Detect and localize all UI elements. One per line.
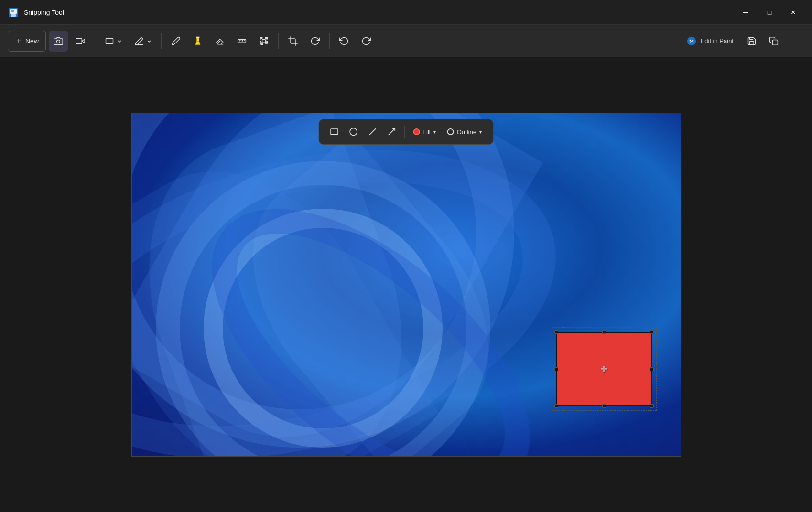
title-bar-left: Snipping Tool [8, 7, 64, 18]
toolbar-right: Edit in Paint ... [681, 31, 804, 52]
svg-point-17 [689, 39, 691, 41]
handle-bottom-right[interactable] [650, 404, 654, 408]
svg-marker-5 [82, 39, 85, 43]
toolbar-separator-2 [161, 33, 162, 49]
new-label: New [25, 37, 39, 45]
draw-circle-button[interactable] [345, 123, 362, 140]
eraser-tool-icon [215, 36, 225, 46]
highlighter-icon [193, 36, 203, 46]
handle-bottom-middle[interactable] [602, 404, 606, 408]
outline-button[interactable]: Outline ▾ [443, 123, 487, 140]
rotate-button[interactable] [305, 31, 325, 52]
chevron-down-2-icon [147, 39, 152, 43]
svg-rect-9 [196, 36, 200, 38]
new-button[interactable]: ＋ New [8, 31, 46, 52]
video-button[interactable] [71, 31, 90, 52]
svg-rect-20 [331, 129, 338, 135]
redo-icon [361, 36, 371, 46]
save-button[interactable] [742, 31, 761, 52]
outline-label: Outline [457, 128, 476, 136]
shape-select-button[interactable] [100, 31, 127, 52]
close-button[interactable]: ✕ [782, 5, 804, 20]
svg-point-21 [350, 128, 357, 136]
draw-line-button[interactable] [364, 123, 381, 140]
ruler-icon [237, 36, 247, 46]
maximize-button[interactable]: □ [758, 5, 780, 20]
toolbar-separator-4 [329, 33, 330, 49]
fill-color-indicator [413, 128, 420, 135]
dt-separator [404, 126, 404, 138]
selection-icon [259, 36, 269, 46]
more-label: ... [791, 36, 800, 46]
svg-rect-19 [772, 40, 778, 45]
minimize-button[interactable]: ─ [735, 5, 757, 20]
drawing-toolbar: Fill ▾ Outline ▾ [318, 119, 494, 145]
paint-icon [686, 36, 697, 46]
rectangle-icon [105, 36, 114, 46]
camera-icon [54, 36, 63, 46]
copy-icon [769, 36, 779, 46]
screenshot-canvas[interactable]: Fill ▾ Outline ▾ ✛ [131, 113, 681, 457]
pen-tool-button[interactable] [166, 31, 185, 52]
handle-middle-right[interactable] [650, 367, 654, 371]
chevron-down-icon [117, 39, 122, 43]
save-icon [747, 36, 757, 46]
red-rectangle[interactable]: ✛ [556, 332, 652, 406]
svg-rect-10 [238, 39, 246, 43]
crop-icon [288, 36, 298, 46]
undo-button[interactable] [335, 31, 354, 52]
main-toolbar: ＋ New [0, 25, 812, 57]
svg-point-16 [687, 36, 695, 45]
toolbar-separator-3 [278, 33, 279, 49]
draw-arrow-button[interactable] [383, 123, 400, 140]
more-button[interactable]: ... [786, 31, 804, 52]
redo-button[interactable] [357, 31, 376, 52]
eraser-button[interactable] [210, 31, 229, 52]
svg-rect-3 [11, 10, 14, 12]
fill-button[interactable]: Fill ▾ [408, 123, 441, 140]
handle-top-left[interactable] [554, 330, 558, 334]
draw-rectangle-button[interactable] [325, 123, 343, 140]
handle-top-right[interactable] [650, 330, 654, 334]
plus-icon: ＋ [15, 36, 22, 46]
undo-icon [339, 36, 349, 46]
selection-button[interactable] [254, 31, 273, 52]
draw-line-icon [368, 127, 377, 137]
screenshot-button[interactable] [49, 31, 68, 52]
svg-rect-7 [106, 38, 113, 44]
handle-bottom-left[interactable] [554, 404, 558, 408]
svg-point-18 [692, 39, 693, 41]
outline-color-indicator [447, 128, 454, 135]
draw-rect-icon [329, 127, 339, 137]
app-title: Snipping Tool [24, 9, 64, 16]
draw-circle-icon [348, 127, 358, 137]
handle-top-middle[interactable] [602, 330, 606, 334]
crop-button[interactable] [283, 31, 303, 52]
handle-middle-left[interactable] [554, 367, 558, 371]
fill-label: Fill [422, 128, 431, 136]
toolbar-separator-1 [95, 33, 95, 49]
rotate-icon [310, 36, 320, 46]
svg-line-23 [388, 128, 394, 135]
draw-arrow-icon [387, 127, 396, 137]
svg-line-22 [369, 128, 375, 135]
pen-icon [171, 36, 181, 46]
edit-in-paint-label: Edit in Paint [701, 37, 734, 44]
pen-select-button[interactable] [130, 31, 156, 52]
edit-in-paint-button[interactable]: Edit in Paint [681, 31, 739, 52]
red-rectangle-container[interactable]: ✛ [552, 327, 657, 411]
outline-chevron-icon: ▾ [479, 129, 482, 135]
highlighter-button[interactable] [188, 31, 207, 52]
fill-chevron-icon: ▾ [433, 129, 436, 135]
ruler-button[interactable] [232, 31, 251, 52]
title-bar: Snipping Tool ─ □ ✕ [0, 0, 812, 25]
svg-rect-6 [76, 38, 82, 44]
title-bar-controls: ─ □ ✕ [735, 5, 804, 20]
eraser-icon [134, 36, 144, 46]
copy-button[interactable] [764, 31, 783, 52]
move-cursor-icon: ✛ [600, 364, 607, 374]
canvas-area: Fill ▾ Outline ▾ ✛ [0, 57, 812, 512]
app-icon [8, 7, 19, 18]
svg-rect-2 [11, 14, 16, 17]
video-icon [76, 36, 85, 46]
